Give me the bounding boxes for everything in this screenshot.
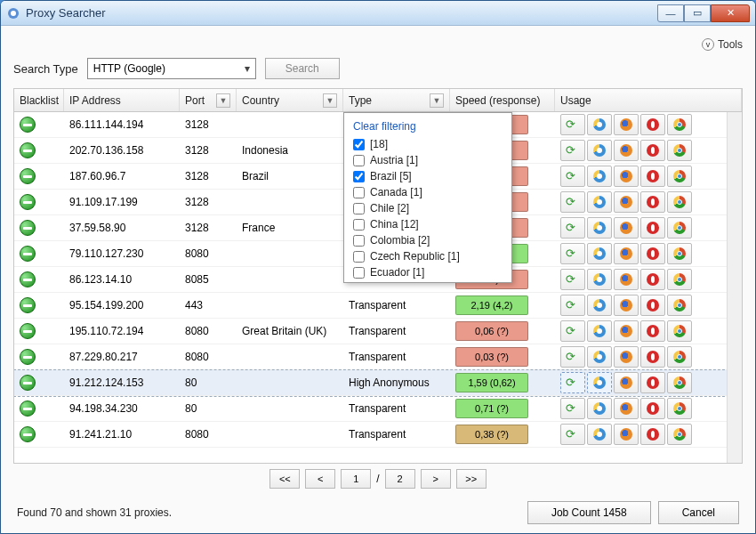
table-row[interactable]: 87.229.80.2178080Transparent0,03 (?)⟳	[14, 344, 742, 370]
usage-button[interactable]: ⟳	[560, 295, 585, 316]
blacklist-button[interactable]	[20, 271, 36, 287]
usage-button[interactable]: ⟳	[560, 243, 585, 264]
search-button[interactable]: Search	[265, 58, 340, 79]
usage-button[interactable]	[667, 243, 692, 264]
col-speed[interactable]: Speed (response)	[450, 89, 555, 111]
usage-button[interactable]: ⟳	[560, 114, 585, 135]
filter-icon[interactable]: ▼	[323, 93, 337, 108]
blacklist-button[interactable]	[20, 297, 36, 313]
usage-button[interactable]	[667, 320, 692, 342]
blacklist-button[interactable]	[20, 194, 36, 210]
filter-icon[interactable]: ▼	[216, 93, 230, 108]
page-first-button[interactable]: <<	[269, 469, 300, 489]
table-row[interactable]: 195.110.72.1948080Great Britain (UK)Tran…	[14, 319, 742, 344]
usage-button[interactable]: ⟳	[560, 217, 585, 239]
usage-button[interactable]: ⟳	[560, 269, 585, 290]
usage-button[interactable]	[667, 217, 692, 239]
usage-button[interactable]	[640, 140, 665, 161]
page-current[interactable]: 1	[341, 469, 371, 489]
usage-button[interactable]	[640, 166, 665, 187]
filter-checkbox[interactable]	[353, 171, 365, 182]
usage-button[interactable]: ⟳	[560, 424, 585, 445]
usage-button[interactable]	[587, 346, 612, 368]
usage-button[interactable]	[667, 140, 692, 161]
usage-button[interactable]	[640, 114, 665, 135]
blacklist-button[interactable]	[20, 246, 36, 262]
filter-icon[interactable]: ▼	[430, 93, 444, 108]
filter-option[interactable]: Ecuador [1]	[348, 264, 508, 279]
usage-button[interactable]	[587, 114, 612, 135]
filter-checkbox[interactable]	[353, 235, 365, 247]
usage-button[interactable]	[667, 372, 692, 393]
page-prev-button[interactable]: <	[305, 469, 335, 489]
filter-checkbox[interactable]	[353, 267, 365, 279]
usage-button[interactable]	[614, 295, 639, 316]
table-row[interactable]: 95.154.199.200443Transparent2,19 (4,2)⟳	[14, 293, 742, 319]
usage-button[interactable]	[587, 269, 612, 290]
page-total[interactable]: 2	[385, 469, 415, 489]
col-country[interactable]: Country▼	[237, 89, 343, 111]
filter-checkbox[interactable]	[353, 203, 365, 214]
usage-button[interactable]	[614, 166, 639, 187]
filter-checkbox[interactable]	[353, 251, 365, 263]
usage-button[interactable]	[587, 217, 612, 239]
usage-button[interactable]	[587, 166, 612, 187]
blacklist-button[interactable]	[20, 426, 36, 442]
usage-button[interactable]	[614, 191, 639, 213]
page-next-button[interactable]: >	[421, 469, 451, 489]
usage-button[interactable]	[640, 217, 665, 239]
filter-option[interactable]: Czech Republic [1]	[348, 248, 508, 264]
page-last-button[interactable]: >>	[456, 469, 487, 489]
usage-button[interactable]	[614, 140, 639, 161]
filter-option[interactable]: Chile [2]	[348, 200, 508, 216]
usage-button[interactable]	[587, 398, 612, 419]
col-port[interactable]: Port▼	[180, 89, 237, 111]
titlebar[interactable]: Proxy Searcher — ▭ ✕	[1, 1, 755, 26]
filter-checkbox[interactable]	[353, 219, 365, 231]
usage-button[interactable]	[614, 346, 639, 368]
filter-option[interactable]: Austria [1]	[348, 152, 508, 168]
clear-filtering-link[interactable]: Clear filtering	[344, 117, 511, 136]
usage-button[interactable]	[667, 424, 692, 445]
usage-button[interactable]	[640, 191, 665, 213]
usage-button[interactable]: ⟳	[560, 320, 585, 342]
usage-button[interactable]	[614, 114, 639, 135]
usage-button[interactable]	[640, 295, 665, 316]
usage-button[interactable]	[667, 398, 692, 419]
blacklist-button[interactable]	[20, 349, 36, 365]
search-type-combo[interactable]: HTTP (Google)	[87, 58, 256, 79]
usage-button[interactable]	[587, 320, 612, 342]
usage-button[interactable]	[667, 191, 692, 213]
col-type[interactable]: Type▼	[343, 89, 450, 111]
usage-button[interactable]	[587, 424, 612, 445]
usage-button[interactable]	[614, 269, 639, 290]
usage-button[interactable]	[667, 114, 692, 135]
usage-button[interactable]	[614, 217, 639, 239]
usage-button[interactable]	[587, 295, 612, 316]
blacklist-button[interactable]	[20, 142, 36, 158]
tools-menu[interactable]: v Tools	[702, 38, 743, 51]
usage-button[interactable]	[587, 140, 612, 161]
minimize-button[interactable]: —	[657, 4, 684, 22]
usage-button[interactable]	[667, 269, 692, 290]
usage-button[interactable]	[640, 320, 665, 342]
usage-button[interactable]	[614, 424, 639, 445]
usage-button[interactable]	[667, 166, 692, 187]
usage-button[interactable]	[640, 372, 665, 393]
filter-checkbox[interactable]	[353, 139, 365, 150]
blacklist-button[interactable]	[20, 400, 36, 417]
blacklist-button[interactable]	[20, 220, 36, 236]
usage-button[interactable]	[614, 320, 639, 342]
col-blacklist[interactable]: Blacklist	[14, 89, 64, 111]
usage-button[interactable]	[587, 372, 612, 393]
table-row[interactable]: 94.198.34.23080Transparent0,71 (?)⟳	[14, 396, 742, 422]
usage-button[interactable]	[640, 269, 665, 290]
usage-button[interactable]	[587, 191, 612, 213]
job-count-button[interactable]: Job Count 1458	[527, 501, 651, 524]
usage-button[interactable]	[587, 243, 612, 264]
filter-option[interactable]: Brazil [5]	[348, 168, 508, 184]
usage-button[interactable]: ⟳	[560, 166, 585, 187]
usage-button[interactable]	[614, 243, 639, 264]
vertical-scrollbar[interactable]	[727, 112, 742, 463]
table-row[interactable]: 91.241.21.108080Transparent0,38 (?)⟳	[14, 422, 742, 448]
